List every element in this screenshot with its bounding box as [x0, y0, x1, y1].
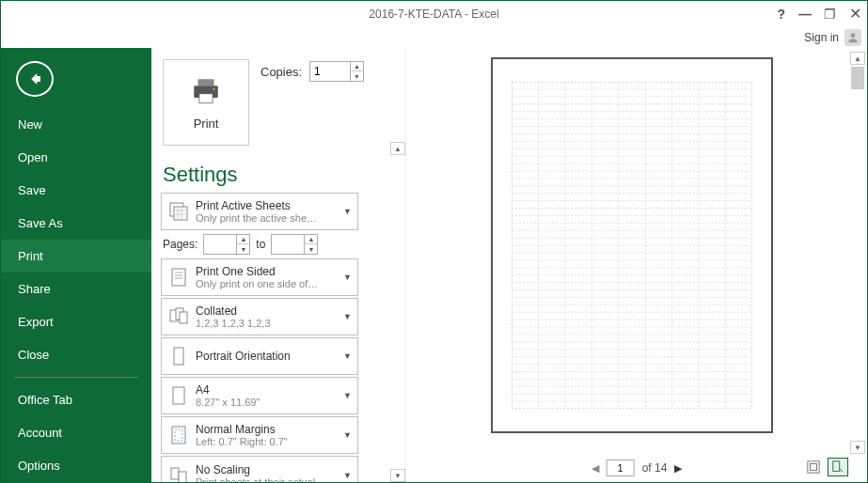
option-margins[interactable]: Normal MarginsLeft: 0.7" Right: 0.7" ▼	[161, 416, 358, 454]
scroll-up-icon[interactable]: ▲	[390, 142, 405, 155]
window-controls: ? — ❐ ✕	[777, 5, 861, 23]
svg-rect-17	[180, 312, 187, 323]
avatar-icon[interactable]	[844, 29, 861, 46]
sidebar-item-close[interactable]: Close	[1, 338, 151, 371]
svg-rect-6	[174, 207, 187, 220]
svg-rect-1	[198, 79, 214, 86]
spinner-down-icon[interactable]: ▼	[351, 71, 363, 81]
a4-icon	[162, 384, 196, 407]
svg-point-4	[213, 87, 215, 90]
settings-heading: Settings	[163, 163, 405, 187]
copies-input[interactable]	[310, 62, 350, 81]
pages-from-spinner[interactable]: ▲▼	[203, 234, 250, 255]
prev-page-icon[interactable]: ◀	[592, 462, 599, 475]
sidebar-item-new[interactable]: New	[1, 108, 151, 141]
chevron-down-icon: ▼	[343, 312, 352, 321]
help-icon[interactable]: ?	[777, 7, 785, 22]
chevron-down-icon: ▼	[343, 207, 352, 216]
minimize-icon[interactable]: —	[798, 7, 811, 22]
svg-rect-3	[199, 93, 213, 102]
sidebar-item-print[interactable]: Print	[1, 240, 151, 273]
option-collated[interactable]: Collated1,2,3 1,2,3 1,2,3 ▼	[161, 298, 358, 335]
margins-icon	[162, 424, 196, 446]
close-icon[interactable]: ✕	[849, 5, 861, 23]
print-settings-pane: Print Copies: ▲▼ Settings Print Active S…	[151, 48, 405, 482]
copies-spinner[interactable]: ▲▼	[309, 61, 364, 82]
pages-to-spinner[interactable]: ▲▼	[271, 234, 318, 255]
svg-rect-80	[808, 461, 819, 473]
collated-icon	[162, 305, 196, 328]
copies-label: Copies:	[260, 65, 302, 79]
printer-icon	[190, 75, 222, 107]
option-one-sided[interactable]: Print One SidedOnly print on one side of…	[161, 258, 358, 296]
one-sided-icon	[162, 266, 196, 288]
scroll-down-icon[interactable]: ▼	[850, 441, 865, 454]
preview-scrollbar[interactable]: ▲ ▼	[850, 52, 865, 454]
option-print-active-sheets[interactable]: Print Active SheetsOnly print the active…	[161, 193, 358, 230]
chevron-down-icon: ▼	[343, 273, 352, 282]
page-total: of 14	[642, 461, 668, 475]
sidebar-item-open[interactable]: Open	[1, 141, 151, 174]
chevron-down-icon: ▼	[343, 430, 352, 440]
svg-rect-11	[172, 269, 185, 286]
svg-rect-18	[174, 348, 183, 365]
option-orientation[interactable]: Portrait Orientation ▼	[161, 337, 358, 375]
svg-rect-23	[179, 472, 186, 483]
print-preview-pane: ▲ ▼ ◀ of 14 ▶	[405, 48, 867, 482]
chevron-down-icon: ▼	[343, 471, 352, 480]
title-bar: 2016-7-KTE-DATA - Excel ? — ❐ ✕	[1, 1, 867, 27]
signin-row: Sign in	[1, 27, 867, 48]
sidebar-item-account[interactable]: Account	[1, 416, 151, 449]
page-navigation: ◀ of 14 ▶	[592, 460, 683, 476]
current-page-input[interactable]	[607, 460, 635, 476]
backstage-sidebar: New Open Save Save As Print Share Export…	[1, 48, 151, 482]
next-page-icon[interactable]: ▶	[674, 462, 682, 475]
scroll-thumb[interactable]	[851, 67, 864, 89]
sidebar-item-export[interactable]: Export	[1, 305, 151, 338]
spinner-up-icon[interactable]: ▲	[351, 62, 363, 71]
pages-label: Pages:	[163, 238, 197, 251]
to-label: to	[256, 238, 265, 251]
show-margins-button[interactable]	[803, 458, 824, 476]
sidebar-item-options[interactable]: Options	[1, 449, 151, 482]
pages-to-input[interactable]	[272, 235, 304, 254]
sheets-icon	[162, 200, 196, 223]
sidebar-item-share[interactable]: Share	[1, 273, 151, 305]
sidebar-item-office-tab[interactable]: Office Tab	[1, 383, 151, 416]
pages-from-input[interactable]	[204, 235, 236, 254]
signin-link[interactable]: Sign in	[804, 31, 839, 44]
scroll-down-icon[interactable]: ▼	[390, 469, 405, 482]
preview-page	[491, 57, 773, 433]
back-button[interactable]	[16, 61, 54, 97]
sidebar-item-save-as[interactable]: Save As	[1, 207, 151, 240]
print-button-label: Print	[194, 117, 219, 131]
scroll-up-icon[interactable]: ▲	[850, 52, 865, 65]
svg-rect-22	[171, 468, 179, 479]
preview-grid	[512, 82, 752, 409]
sidebar-separator	[14, 377, 138, 378]
window-title: 2016-7-KTE-DATA - Excel	[369, 8, 498, 21]
restore-icon[interactable]: ❐	[824, 7, 836, 22]
settings-scrollbar[interactable]: ▲ ▼	[390, 142, 405, 482]
svg-rect-82	[833, 461, 840, 472]
svg-rect-19	[173, 387, 184, 404]
svg-rect-81	[811, 464, 817, 471]
zoom-to-page-button[interactable]	[828, 458, 848, 476]
chevron-down-icon: ▼	[343, 391, 352, 400]
print-button[interactable]: Print	[163, 59, 249, 146]
sidebar-item-save[interactable]: Save	[1, 174, 151, 207]
option-scaling[interactable]: No ScalingPrint sheets at their actual… …	[161, 456, 358, 483]
chevron-down-icon: ▼	[343, 351, 352, 361]
svg-point-0	[851, 33, 856, 38]
portrait-icon	[162, 345, 196, 367]
option-paper-size[interactable]: A48.27" x 11.69" ▼	[161, 377, 358, 414]
scaling-icon	[162, 464, 196, 484]
